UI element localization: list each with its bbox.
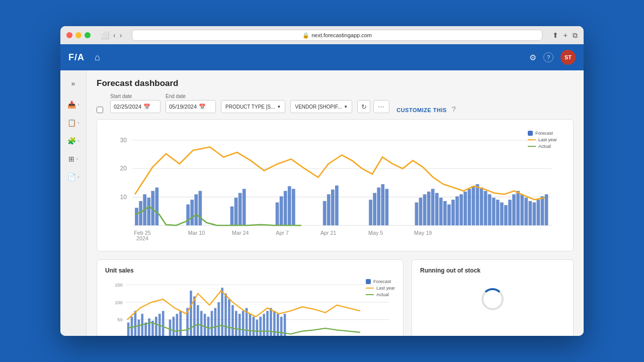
svg-text:20: 20 bbox=[120, 165, 127, 172]
home-icon[interactable]: ⌂ bbox=[95, 52, 100, 63]
legend-last-year: Last year bbox=[528, 137, 557, 142]
svg-rect-48 bbox=[467, 189, 471, 226]
end-date-value: 05/19/2024 bbox=[169, 104, 197, 110]
svg-text:Mar 24: Mar 24 bbox=[232, 230, 249, 236]
more-icon: ··· bbox=[378, 103, 385, 110]
main-chart-card: Forecast Last year Actual bbox=[97, 119, 574, 251]
svg-rect-96 bbox=[176, 314, 179, 336]
svg-rect-47 bbox=[463, 192, 467, 225]
address-bar[interactable]: 🔒 next.forecastingapp.com bbox=[132, 30, 542, 41]
svg-rect-91 bbox=[155, 316, 157, 336]
svg-rect-43 bbox=[447, 205, 451, 226]
sidebar-item-1[interactable]: 📥 › bbox=[63, 97, 84, 113]
refresh-button[interactable]: ↻ bbox=[357, 100, 370, 113]
svg-rect-57 bbox=[504, 205, 508, 225]
close-button[interactable] bbox=[66, 32, 72, 38]
start-date-label: Start date bbox=[110, 94, 160, 99]
svg-rect-29 bbox=[335, 186, 339, 225]
end-date-input[interactable]: 05/19/2024 📅 bbox=[166, 100, 216, 113]
svg-rect-62 bbox=[524, 198, 528, 225]
select-all-checkbox[interactable] bbox=[97, 107, 103, 113]
svg-rect-18 bbox=[234, 198, 238, 225]
svg-rect-37 bbox=[423, 194, 427, 225]
new-tab-icon[interactable]: + bbox=[564, 31, 568, 40]
minimize-button[interactable] bbox=[75, 32, 82, 38]
sidebar-item-2[interactable]: 📋 › bbox=[63, 115, 84, 131]
start-date-input[interactable]: 02/25/2024 📅 bbox=[110, 100, 160, 113]
share-icon[interactable]: ⬆ bbox=[552, 31, 558, 40]
window-icon[interactable]: ⬜ bbox=[101, 31, 109, 39]
svg-rect-41 bbox=[439, 198, 443, 225]
sidebar-item-5[interactable]: 📄 › bbox=[63, 169, 84, 185]
svg-text:50: 50 bbox=[117, 317, 122, 322]
svg-rect-16 bbox=[198, 191, 202, 226]
dashboard-header: Forecast dashboard Start date 02/25/2024… bbox=[97, 78, 574, 113]
svg-rect-101 bbox=[197, 305, 199, 336]
url-text: next.forecastingapp.com bbox=[311, 32, 372, 38]
top-nav: F/A ⌂ ⚙ ? ST bbox=[60, 44, 584, 70]
svg-rect-110 bbox=[228, 299, 230, 336]
sidebar-toggle[interactable]: » bbox=[68, 76, 78, 90]
svg-rect-39 bbox=[431, 189, 435, 226]
svg-rect-118 bbox=[256, 319, 259, 336]
app-logo: F/A bbox=[68, 52, 85, 63]
svg-rect-20 bbox=[243, 189, 246, 226]
unit-legend-actual: Actual bbox=[366, 292, 395, 297]
svg-rect-33 bbox=[381, 184, 384, 225]
filter-actions: ↻ ··· bbox=[357, 100, 389, 113]
svg-rect-30 bbox=[369, 200, 372, 225]
product-type-filter[interactable]: PRODUCT TYPE [S... ▼ bbox=[221, 100, 285, 113]
svg-rect-15 bbox=[194, 194, 198, 225]
svg-rect-83 bbox=[127, 322, 130, 336]
svg-rect-60 bbox=[516, 191, 520, 226]
unit-actual-line bbox=[366, 294, 374, 295]
svg-rect-65 bbox=[537, 200, 540, 225]
checkbox-input[interactable] bbox=[97, 107, 103, 113]
svg-rect-7 bbox=[135, 208, 138, 225]
tabs-icon[interactable]: ⧉ bbox=[573, 31, 578, 40]
svg-text:Apr 7: Apr 7 bbox=[276, 230, 289, 236]
svg-text:Apr 21: Apr 21 bbox=[320, 230, 337, 236]
svg-rect-119 bbox=[259, 316, 262, 336]
maximize-button[interactable] bbox=[85, 32, 91, 38]
chevron-right-icon-3: › bbox=[78, 138, 79, 143]
svg-rect-36 bbox=[419, 198, 423, 225]
doc-icon: 📄 bbox=[67, 173, 76, 181]
refresh-icon: ↻ bbox=[361, 103, 367, 111]
svg-rect-107 bbox=[217, 302, 220, 336]
calendar-icon-end: 📅 bbox=[199, 104, 206, 110]
svg-rect-113 bbox=[238, 314, 241, 336]
end-date-group: End date 05/19/2024 📅 bbox=[166, 94, 216, 113]
browser-controls: ⬜ ‹ › bbox=[101, 31, 122, 39]
back-button[interactable]: ‹ bbox=[113, 31, 116, 39]
sidebar-item-3[interactable]: 🧩 › bbox=[63, 133, 84, 149]
svg-rect-44 bbox=[451, 200, 455, 225]
start-date-value: 02/25/2024 bbox=[114, 104, 141, 110]
help-nav-icon[interactable]: ? bbox=[543, 52, 553, 62]
svg-rect-66 bbox=[541, 196, 544, 225]
unit-sales-card: Unit sales Forecast Last year bbox=[97, 259, 404, 336]
upload-icon: 📥 bbox=[67, 101, 76, 109]
svg-rect-63 bbox=[528, 201, 532, 225]
svg-text:30: 30 bbox=[120, 137, 127, 144]
product-type-label: PRODUCT TYPE [S... bbox=[225, 104, 275, 110]
bottom-row: Unit sales Forecast Last year bbox=[97, 259, 574, 336]
svg-text:10: 10 bbox=[120, 194, 127, 201]
customize-button[interactable]: CUSTOMIZE THIS bbox=[396, 107, 447, 113]
more-button[interactable]: ··· bbox=[373, 100, 389, 113]
avatar[interactable]: ST bbox=[560, 50, 576, 65]
svg-rect-89 bbox=[148, 318, 150, 336]
forward-button[interactable]: › bbox=[120, 31, 122, 39]
svg-rect-38 bbox=[427, 192, 431, 225]
sidebar-item-4[interactable]: ⊞ › bbox=[63, 151, 84, 167]
svg-rect-50 bbox=[476, 184, 479, 225]
actual-color-line bbox=[528, 146, 536, 147]
vendor-filter[interactable]: VENDOR [SHOPIF... ▼ bbox=[290, 100, 352, 113]
svg-rect-94 bbox=[169, 319, 172, 336]
svg-rect-84 bbox=[131, 316, 133, 336]
settings-icon[interactable]: ⚙ bbox=[529, 53, 536, 62]
svg-rect-10 bbox=[147, 198, 150, 225]
svg-rect-55 bbox=[496, 200, 500, 225]
filter-help-icon[interactable]: ? bbox=[452, 105, 456, 113]
svg-rect-105 bbox=[211, 311, 213, 336]
